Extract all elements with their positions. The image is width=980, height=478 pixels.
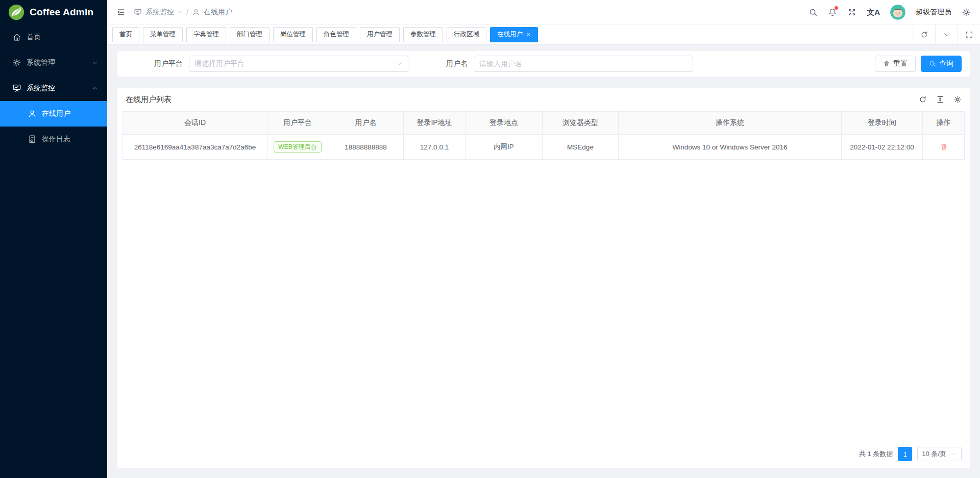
tab-options-button[interactable]: [935, 24, 958, 44]
delete-row-trash-icon[interactable]: [940, 143, 948, 151]
settings-gear-icon[interactable]: [962, 8, 971, 17]
tab-label: 在线用户: [497, 30, 523, 39]
col-header-session-id: 会话ID: [123, 112, 267, 134]
reset-button[interactable]: 重置: [875, 56, 916, 72]
column-settings-gear-icon[interactable]: [953, 95, 962, 104]
refresh-icon: [920, 31, 928, 39]
sidebar-item-label: 操作日志: [42, 135, 70, 144]
cell-session-id: 26118e6169aa41a387aa3ca7a7d2a6be: [123, 135, 267, 159]
search-form-card: 用户平台 请选择用户平台 用户名 重置 查询: [117, 51, 970, 77]
cell-ip: 127.0.0.1: [404, 135, 465, 159]
reset-button-label: 重置: [893, 59, 908, 68]
refresh-icon[interactable]: [919, 95, 927, 104]
tab-param-management[interactable]: 参数管理: [403, 27, 443, 42]
tab-role-management[interactable]: 角色管理: [316, 27, 356, 42]
spring-leaf-logo-icon: [8, 4, 24, 20]
gear-icon: [12, 58, 21, 67]
breadcrumb-current: 在线用户: [204, 8, 232, 17]
home-icon: [12, 33, 21, 42]
user-icon: [28, 109, 37, 118]
sidebar-menu: 首页 系统管理 系统监控 在线用户: [0, 24, 107, 152]
chevron-down-icon: [943, 31, 950, 38]
cell-username: 18888888888: [328, 135, 404, 159]
tab-label: 岗位管理: [280, 30, 306, 39]
notification-bell[interactable]: [828, 8, 837, 17]
sidebar-item-label: 系统管理: [27, 58, 55, 67]
breadcrumb-separator: /: [186, 8, 188, 16]
col-header-location: 登录地点: [465, 112, 543, 134]
menu-fold-icon[interactable]: [116, 8, 126, 17]
tab-label: 参数管理: [410, 30, 436, 39]
platform-tag: WEB管理后台: [274, 141, 321, 153]
col-header-login-time: 登录时间: [842, 112, 923, 134]
search-icon: [929, 60, 936, 67]
card-title: 在线用户列表: [126, 95, 172, 105]
col-header-browser: 浏览器类型: [543, 112, 619, 134]
platform-label: 用户平台: [154, 59, 183, 68]
app-logo[interactable]: Coffee Admin: [0, 0, 107, 24]
tab-toolbar: [913, 24, 980, 44]
chevron-up-icon: [92, 85, 98, 91]
tab-label: 用户管理: [367, 30, 393, 39]
refresh-tab-button[interactable]: [913, 24, 935, 44]
query-button[interactable]: 查询: [921, 56, 962, 72]
page-number-button[interactable]: 1: [898, 447, 912, 461]
sidebar-item-online-users[interactable]: 在线用户: [0, 101, 107, 127]
platform-select[interactable]: 请选择用户平台: [189, 56, 408, 72]
monitor-icon: [12, 84, 21, 93]
form-buttons: 重置 查询: [875, 56, 962, 72]
chevron-down-icon: [92, 60, 98, 66]
table-row: 26118e6169aa41a387aa3ca7a7d2a6be WEB管理后台…: [123, 135, 964, 160]
pagination-total: 共 1 条数据: [859, 449, 893, 459]
tab-online-users[interactable]: 在线用户: [490, 27, 538, 42]
col-header-username: 用户名: [328, 112, 404, 134]
page-tabs: 首页 菜单管理 字典管理 部门管理 岗位管理 角色管理 用户管理 参数管理 行政…: [107, 24, 980, 45]
col-header-actions: 操作: [923, 112, 964, 134]
tab-label: 菜单管理: [150, 30, 176, 39]
cell-location: 内网IP: [465, 135, 543, 159]
tab-menu-management[interactable]: 菜单管理: [143, 27, 183, 42]
username-input[interactable]: [474, 56, 693, 72]
chevron-down-icon: [178, 10, 183, 15]
tab-admin-region[interactable]: 行政区域: [447, 27, 486, 42]
breadcrumb-parent[interactable]: 系统监控: [145, 8, 174, 17]
cell-platform: WEB管理后台: [267, 135, 328, 159]
chevron-down-icon: [951, 451, 957, 457]
sidebar-submenu-monitor: 在线用户 操作日志: [0, 101, 107, 152]
avatar[interactable]: [890, 5, 905, 20]
maximize-content-button[interactable]: [958, 24, 980, 44]
close-icon[interactable]: [526, 32, 531, 37]
card-header: 在线用户列表: [117, 88, 970, 111]
sidebar-item-system-management[interactable]: 系统管理: [0, 50, 107, 76]
tab-label: 行政区域: [454, 30, 479, 39]
chevron-down-icon: [396, 60, 403, 67]
page-size-select[interactable]: 10 条/页: [917, 447, 962, 461]
tab-label: 首页: [119, 30, 132, 39]
notification-badge: [835, 6, 838, 10]
current-user-name[interactable]: 超级管理员: [916, 8, 951, 17]
monitor-icon: [134, 8, 142, 16]
col-header-ip: 登录IP地址: [404, 112, 465, 134]
tab-post-management[interactable]: 岗位管理: [273, 27, 313, 42]
sidebar-item-system-monitor[interactable]: 系统监控: [0, 76, 107, 101]
header-actions: 文A 超级管理员: [808, 5, 971, 20]
page-size-value: 10 条/页: [922, 449, 946, 459]
translate-icon[interactable]: 文A: [867, 8, 880, 16]
sidebar-item-home[interactable]: 首页: [0, 24, 107, 50]
sidebar-item-label: 系统监控: [27, 84, 55, 93]
fullscreen-icon[interactable]: [847, 8, 856, 17]
main-area: 系统监控 / 在线用户 文A: [107, 0, 980, 478]
tab-dept-management[interactable]: 部门管理: [230, 27, 270, 42]
search-icon[interactable]: [808, 8, 818, 17]
avatar-image: [890, 5, 905, 20]
col-header-platform: 用户平台: [267, 112, 328, 134]
tab-home[interactable]: 首页: [112, 27, 139, 42]
tab-dict-management[interactable]: 字典管理: [186, 27, 226, 42]
row-height-icon[interactable]: [936, 95, 944, 104]
pagination: 共 1 条数据 1 10 条/页: [117, 447, 970, 468]
sidebar-item-operation-log[interactable]: 操作日志: [0, 127, 107, 152]
online-users-table: 会话ID 用户平台 用户名 登录IP地址 登录地点 浏览器类型 操作系统 登录时…: [122, 111, 965, 160]
cell-browser: MSEdge: [543, 135, 619, 159]
tab-user-management[interactable]: 用户管理: [360, 27, 400, 42]
tab-label: 部门管理: [237, 30, 262, 39]
